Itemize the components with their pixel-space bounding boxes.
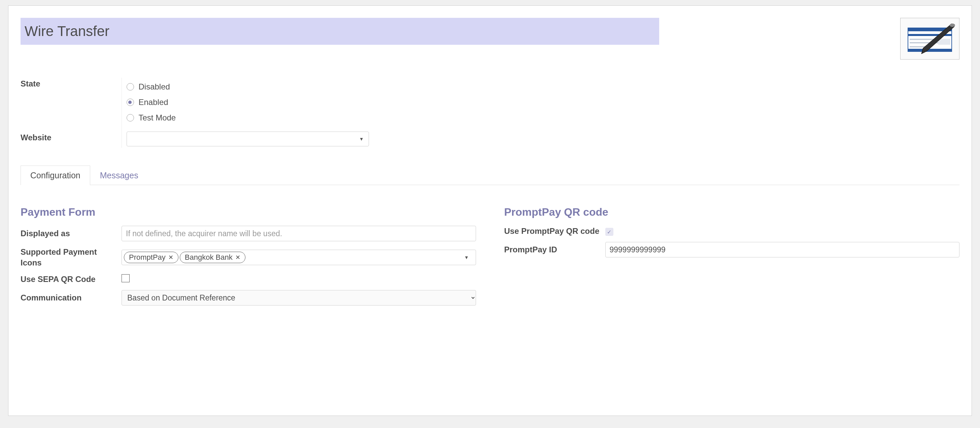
tag-label: Bangkok Bank <box>185 253 232 262</box>
supported-icons-label: Supported Payment Icons <box>21 247 121 268</box>
close-icon[interactable]: ✕ <box>235 254 240 261</box>
tag-promptpay[interactable]: PromptPay ✕ <box>124 252 178 263</box>
svg-rect-5 <box>938 39 950 45</box>
record-image[interactable] <box>900 18 959 60</box>
state-option-test[interactable]: Test Mode <box>127 110 369 125</box>
tab-configuration[interactable]: Configuration <box>21 166 90 185</box>
supported-icons-tags[interactable]: PromptPay ✕ Bangkok Bank ✕ ▼ <box>121 250 476 265</box>
record-title-input[interactable] <box>21 18 659 45</box>
promptpay-heading: PromptPay QR code <box>504 206 960 219</box>
main-form-fields: State Disabled Enabled Test Mode Website <box>21 78 369 148</box>
sepa-label: Use SEPA QR Code <box>21 274 121 285</box>
tag-bangkokbank[interactable]: Bangkok Bank ✕ <box>180 252 245 263</box>
website-select-input[interactable] <box>127 135 355 143</box>
tag-label: PromptPay <box>129 253 165 262</box>
state-radio-test-label: Test Mode <box>139 113 176 122</box>
svg-point-8 <box>950 24 955 27</box>
website-select[interactable]: ▼ <box>127 132 369 146</box>
use-promptpay-label: Use PromptPay QR code <box>504 226 605 236</box>
svg-rect-7 <box>908 49 952 51</box>
tab-messages[interactable]: Messages <box>90 166 148 185</box>
tab-pane-configuration: Payment Form Displayed as Supported Paym… <box>21 185 959 306</box>
header-row <box>21 18 959 60</box>
displayed-as-input[interactable] <box>121 226 476 241</box>
column-right: PromptPay QR code Use PromptPay QR code … <box>504 206 960 306</box>
supported-icons-add-input[interactable] <box>247 253 458 262</box>
use-promptpay-checkbox[interactable]: ✓ <box>605 228 613 236</box>
state-option-enabled[interactable]: Enabled <box>127 95 369 110</box>
communication-select[interactable]: Based on Document Reference <box>121 290 476 306</box>
promptpay-id-input[interactable] <box>605 242 960 257</box>
cheque-pen-icon <box>905 22 955 55</box>
tab-bar: Configuration Messages <box>21 165 959 185</box>
state-option-disabled[interactable]: Disabled <box>127 79 369 95</box>
promptpay-id-label: PromptPay ID <box>504 244 605 255</box>
displayed-as-label: Displayed as <box>21 228 121 239</box>
state-label: State <box>21 79 40 88</box>
state-radio-disabled[interactable] <box>127 83 134 90</box>
state-radio-enabled[interactable] <box>127 98 134 106</box>
column-left: Payment Form Displayed as Supported Paym… <box>21 206 476 306</box>
communication-label: Communication <box>21 292 121 303</box>
payment-form-heading: Payment Form <box>21 206 476 219</box>
sepa-checkbox[interactable] <box>121 274 130 282</box>
state-radio-enabled-label: Enabled <box>139 98 168 107</box>
state-radio-disabled-label: Disabled <box>139 82 170 92</box>
form-sheet: State Disabled Enabled Test Mode Website <box>8 5 972 416</box>
svg-rect-3 <box>910 39 933 40</box>
close-icon[interactable]: ✕ <box>168 254 173 261</box>
chevron-down-icon: ▼ <box>460 255 474 260</box>
state-radio-test[interactable] <box>127 114 134 122</box>
website-label: Website <box>21 133 51 142</box>
chevron-down-icon: ▼ <box>355 136 369 142</box>
